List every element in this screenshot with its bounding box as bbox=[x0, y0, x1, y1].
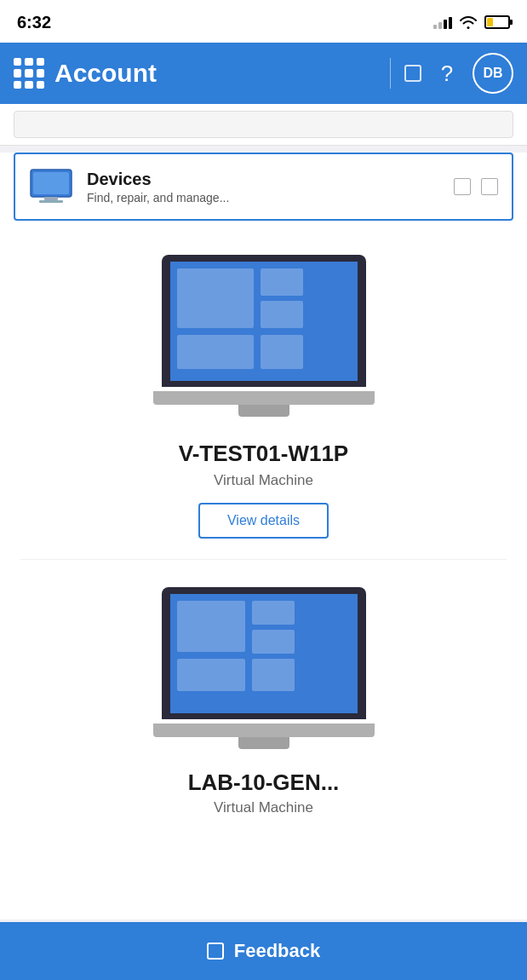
battery-fill bbox=[487, 18, 493, 26]
avatar[interactable]: DB bbox=[473, 53, 513, 94]
wifi-icon bbox=[459, 15, 478, 29]
status-bar: 6:32 bbox=[0, 0, 527, 43]
devices-header-item[interactable]: Devices Find, repair, and manage... bbox=[14, 153, 513, 221]
laptop-base-2 bbox=[153, 723, 375, 737]
grid-icon[interactable] bbox=[14, 58, 44, 89]
signal-icon bbox=[433, 15, 452, 29]
device-card-1: V-TEST01-W11P Virtual Machine View detai… bbox=[0, 228, 527, 559]
device-1-name: V-TEST01-W11P bbox=[179, 441, 348, 467]
devices-text: Devices Find, repair, and manage... bbox=[87, 170, 229, 205]
laptop-illustration-1 bbox=[153, 255, 375, 417]
view-details-button-1[interactable]: View details bbox=[198, 503, 329, 539]
checkbox-2[interactable] bbox=[481, 178, 498, 195]
svg-rect-1 bbox=[33, 172, 69, 194]
laptop-screen-inner-2 bbox=[170, 594, 358, 713]
devices-checkboxes bbox=[454, 178, 498, 195]
laptop-stand-2 bbox=[238, 737, 289, 749]
status-icons bbox=[433, 15, 510, 29]
battery-icon bbox=[484, 15, 510, 29]
square-icon[interactable] bbox=[404, 65, 421, 82]
laptop-base-1 bbox=[153, 391, 375, 405]
laptop-stand-1 bbox=[238, 405, 289, 417]
main-content: Devices Find, repair, and manage... bbox=[0, 153, 527, 919]
search-area bbox=[0, 104, 527, 146]
laptop-screen-inner-1 bbox=[170, 262, 358, 381]
svg-rect-2 bbox=[44, 197, 58, 200]
nav-title: Account bbox=[54, 59, 376, 88]
devices-subtitle: Find, repair, and manage... bbox=[87, 191, 229, 205]
nav-divider bbox=[390, 58, 391, 89]
device-2-type: Virtual Machine bbox=[214, 799, 313, 816]
device-2-name: LAB-10-GEN... bbox=[188, 770, 340, 796]
feedback-checkbox-icon bbox=[207, 943, 224, 960]
status-time: 6:32 bbox=[17, 13, 51, 32]
device-card-2: LAB-10-GEN... Virtual Machine bbox=[0, 560, 527, 816]
monitor-icon bbox=[29, 168, 73, 205]
laptop-screen-1 bbox=[162, 255, 366, 387]
svg-rect-3 bbox=[39, 200, 63, 203]
device-1-type: Virtual Machine bbox=[214, 472, 313, 489]
devices-title: Devices bbox=[87, 170, 229, 189]
nav-bar: Account ? DB bbox=[0, 43, 527, 104]
feedback-bar[interactable]: Feedback bbox=[0, 922, 527, 980]
feedback-label: Feedback bbox=[234, 940, 321, 962]
search-bar[interactable] bbox=[14, 111, 513, 138]
checkbox-1[interactable] bbox=[454, 178, 471, 195]
help-button[interactable]: ? bbox=[432, 61, 462, 87]
laptop-screen-2 bbox=[162, 587, 366, 719]
laptop-illustration-2 bbox=[153, 587, 375, 749]
